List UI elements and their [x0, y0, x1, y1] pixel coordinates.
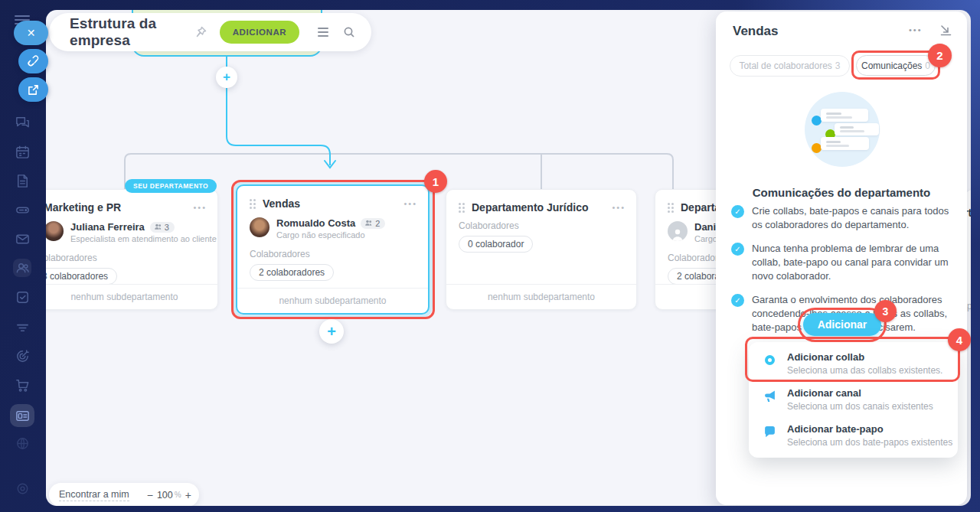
step-badge-1: 1 [424, 170, 447, 193]
check-icon: ✓ [731, 205, 744, 218]
member-count-badge: 2 [361, 218, 385, 229]
drag-handle-icon[interactable] [250, 199, 256, 209]
your-department-badge: SEU DEPARTAMENTO [125, 179, 217, 193]
menu-item-subtitle: Seleciona um dos bate-papos existentes [787, 437, 952, 448]
link-icon[interactable] [18, 49, 48, 73]
subdepartment-footer: nenhum subdepartamento [46, 284, 217, 309]
collaborators-pill[interactable]: 3 colaboradores [46, 268, 117, 285]
collaborators-pill[interactable]: 0 colaborador [459, 236, 533, 253]
department-title: Vendas [263, 197, 300, 210]
step-badge-2: 2 [928, 44, 952, 67]
card-menu-icon[interactable]: ••• [612, 203, 626, 212]
department-card-marketing[interactable]: Marketing e PR ••• Juliana Ferreira 3 Es… [46, 189, 218, 310]
messenger-icon[interactable] [13, 113, 31, 132]
panel-heading: Comunicações do departamento [716, 186, 967, 199]
collaborators-label: Colaboradores [46, 253, 205, 263]
avatar [46, 221, 64, 241]
manager-name: Romualdo Costa [276, 217, 355, 229]
tasks-icon[interactable] [13, 288, 31, 306]
close-icon[interactable]: ✕ [14, 21, 48, 45]
find-me-link[interactable]: Encontrar a mim [59, 489, 129, 501]
step-badge-3: 3 [874, 300, 897, 322]
card-menu-icon[interactable]: ••• [403, 199, 417, 208]
settings-icon[interactable] [13, 479, 31, 497]
id-card-icon[interactable] [10, 404, 34, 427]
add-subdepartment-button[interactable]: + [319, 319, 344, 344]
calendar-icon[interactable] [13, 142, 31, 161]
collaborators-label: Colaboradores [250, 249, 416, 259]
external-link-icon[interactable] [18, 77, 48, 102]
megaphone-icon [762, 388, 777, 403]
check-icon: ✓ [731, 243, 744, 256]
menu-item-adicionar-bate-papo[interactable]: Adicionar bate-papo Seleciona um dos bat… [749, 422, 958, 455]
drag-handle-icon[interactable] [459, 203, 465, 213]
list-item: ✓ Crie collabs, bate-papos e canais para… [731, 204, 958, 232]
message-bar [821, 137, 869, 150]
message-bar [821, 109, 868, 122]
department-title: Marketing e PR [46, 201, 121, 214]
department-title: Departamento Jurídico [472, 201, 588, 214]
collab-icon [762, 352, 777, 367]
add-department-top-button[interactable]: + [216, 67, 237, 88]
department-detail-panel: Vendas ••• Total de colaboradores 3 Comu… [716, 11, 967, 505]
pin-icon[interactable] [194, 25, 207, 39]
search-icon[interactable] [342, 25, 356, 39]
viewport-controls: Encontrar a mim − 100 % + [49, 483, 199, 506]
menu-icon[interactable] [318, 25, 328, 39]
document-icon[interactable] [13, 171, 31, 190]
zoom-in-button[interactable]: + [183, 489, 194, 501]
marketing-target-icon[interactable] [13, 347, 31, 365]
drive-icon[interactable] [13, 201, 31, 219]
zoom-out-button[interactable]: − [145, 489, 155, 501]
avatar-placeholder [668, 221, 688, 241]
department-card-juridico[interactable]: Departamento Jurídico ••• Colaboradores … [446, 189, 637, 310]
add-dropdown-menu: Adicionar collab Seleciona uma das colla… [749, 342, 958, 458]
adicionar-button[interactable]: ADICIONAR [220, 21, 300, 44]
member-count: 3 [165, 223, 169, 232]
app-sidebar: ✕ [0, 0, 46, 512]
employees-icon[interactable] [13, 259, 31, 277]
panel-title: Vendas [733, 24, 779, 39]
menu-item-adicionar-collab[interactable]: Adicionar collab Seleciona uma das colla… [749, 350, 958, 383]
zoom-unit: % [175, 491, 181, 499]
department-card-vendas[interactable]: Vendas ••• Romualdo Costa 2 Cargo não es… [236, 184, 430, 315]
tab-total-colaboradores[interactable]: Total de colaboradores 3 [730, 55, 850, 77]
bullet-text: Crie collabs, bate-papos e canais para t… [752, 204, 958, 232]
list-item: ✓ Nunca tenha problema de lembrar de uma… [731, 242, 958, 283]
tab-label: Comunicações [861, 60, 922, 71]
page-header: Estrutura da empresa ADICIONAR [49, 13, 371, 51]
menu-item-title: Adicionar canal [787, 387, 861, 399]
mail-icon[interactable] [13, 230, 31, 248]
member-count: 2 [375, 219, 380, 228]
sites-globe-icon[interactable] [13, 434, 31, 452]
step-badge-4: 4 [948, 328, 971, 351]
collaborators-label: Colaboradores [459, 220, 624, 231]
menu-item-title: Adicionar collab [787, 351, 864, 363]
menu-item-subtitle: Seleciona uma das collabs existentes. [787, 365, 942, 376]
tab-comunicacoes[interactable]: Comunicações 0 [856, 55, 936, 76]
avatar [250, 217, 270, 237]
card-menu-icon[interactable]: ••• [193, 203, 207, 212]
department-title: Departa [681, 201, 720, 214]
footer-fragment: p [967, 301, 971, 311]
menu-item-title: Adicionar bate-papo [787, 423, 884, 435]
menu-item-subtitle: Seleciona um dos canais existentes [787, 401, 933, 412]
manager-role: Especialista em atendimento ao cliente [70, 234, 217, 243]
page-title: Estrutura da empresa [70, 15, 185, 49]
manager-role: Cargo não especificado [276, 230, 385, 240]
feed-icon[interactable] [13, 318, 31, 336]
member-count-badge: 3 [150, 222, 175, 233]
drag-handle-icon[interactable] [668, 203, 674, 213]
menu-item-adicionar-canal[interactable]: Adicionar canal Seleciona um dos canais … [749, 386, 958, 419]
message-bar [835, 123, 879, 135]
collapse-panel-icon[interactable] [939, 24, 952, 37]
bullet-text: Nunca tenha problema de lembrar de uma c… [752, 242, 958, 283]
chat-bubble-icon [762, 424, 777, 439]
collaborators-pill[interactable]: 2 colaboradores [250, 264, 334, 281]
cart-icon[interactable] [13, 376, 31, 394]
communications-illustration [805, 92, 880, 167]
check-icon: ✓ [731, 294, 744, 307]
panel-menu-icon[interactable]: ••• [909, 25, 923, 34]
subdepartment-footer: nenhum subdepartamento [446, 284, 636, 309]
panel-adicionar-button[interactable]: Adicionar [803, 313, 881, 336]
